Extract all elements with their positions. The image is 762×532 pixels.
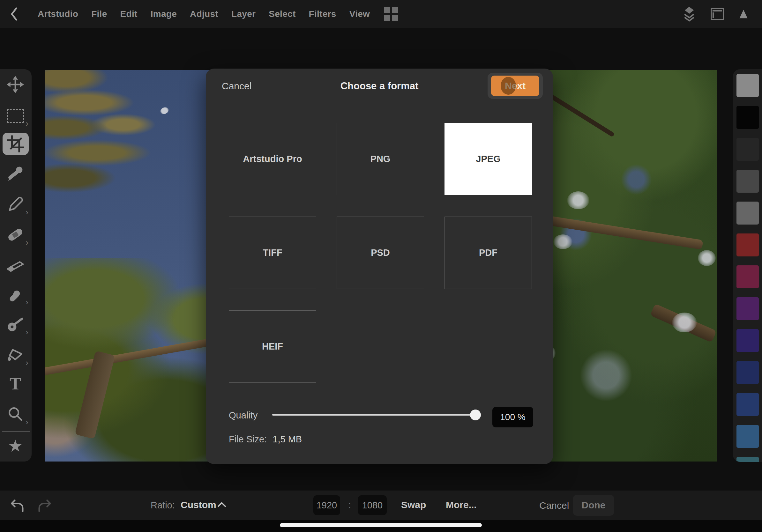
- bandage-icon: [6, 226, 24, 244]
- menu-edit[interactable]: Edit: [120, 9, 137, 19]
- color-swatch[interactable]: [736, 170, 759, 193]
- menu-artstudio[interactable]: Artstudio: [38, 9, 78, 19]
- color-swatch[interactable]: [736, 393, 759, 416]
- redo-icon[interactable]: [37, 496, 54, 513]
- menu-image[interactable]: Image: [151, 9, 177, 19]
- tool-eyedropper[interactable]: [5, 163, 26, 184]
- blossom: [553, 234, 572, 249]
- color-swatch[interactable]: [736, 265, 759, 288]
- grid-icon[interactable]: [384, 7, 398, 21]
- home-indicator[interactable]: [280, 523, 482, 527]
- color-swatch[interactable]: [736, 361, 759, 384]
- magnifier-icon: [7, 406, 24, 423]
- format-tile-psd[interactable]: PSD: [337, 217, 424, 289]
- touch-indicator: [501, 77, 516, 95]
- chevron-up-icon[interactable]: [218, 502, 226, 507]
- back-button[interactable]: [10, 6, 19, 22]
- move-icon: [6, 76, 24, 94]
- tool-rectangular-select[interactable]: ›: [5, 105, 26, 126]
- blossom: [567, 191, 589, 209]
- tool-text[interactable]: T: [5, 373, 26, 394]
- file-size-value: 1,5 MB: [272, 434, 302, 444]
- tool-clone[interactable]: ›: [5, 314, 26, 335]
- crop-height-field[interactable]: 1080: [358, 495, 387, 515]
- color-swatch[interactable]: [736, 138, 759, 161]
- menu-adjust[interactable]: Adjust: [190, 9, 218, 19]
- menu-view[interactable]: View: [349, 9, 370, 19]
- menu-items: Artstudio File Edit Image Adjust Layer S…: [38, 9, 370, 19]
- clone-stamp-icon: [7, 316, 24, 333]
- tool-eraser[interactable]: [5, 253, 26, 274]
- format-tile-png[interactable]: PNG: [337, 123, 424, 195]
- text-tool-icon: T: [10, 374, 21, 394]
- panel-icon[interactable]: [710, 6, 725, 22]
- menu-file[interactable]: File: [91, 9, 107, 19]
- blossom: [698, 250, 716, 266]
- menubar: Artstudio File Edit Image Adjust Layer S…: [0, 0, 762, 28]
- eyedropper-icon: [7, 165, 24, 182]
- format-tile-heif[interactable]: HEIF: [229, 310, 316, 383]
- marquee-icon: [7, 109, 24, 123]
- file-size-row: File Size:1,5 MB: [229, 434, 302, 445]
- format-tile-pdf[interactable]: PDF: [444, 217, 532, 289]
- tool-pencil[interactable]: ›: [5, 194, 26, 215]
- next-button[interactable]: Next: [491, 76, 539, 96]
- tool-smudge[interactable]: ›: [5, 284, 26, 305]
- star-icon: ★: [8, 436, 23, 455]
- crop-icon: [7, 135, 24, 153]
- tool-crop[interactable]: [3, 133, 29, 155]
- app-window: Artstudio File Edit Image Adjust Layer S…: [0, 0, 762, 532]
- quality-label: Quality: [229, 410, 258, 421]
- ratio-label: Ratio:: [151, 500, 175, 511]
- blossom: [672, 312, 697, 332]
- home-strip: [0, 520, 762, 532]
- bottom-bar: Ratio: Custom 1920 : 1080 Swap More... C…: [0, 491, 762, 520]
- tool-zoom[interactable]: ›: [5, 404, 26, 425]
- crop-cancel-button[interactable]: Cancel: [539, 500, 569, 511]
- color-swatch[interactable]: [736, 233, 759, 256]
- tool-heal[interactable]: ›: [5, 224, 26, 245]
- dialog-header: Cancel Choose a format Next: [206, 69, 553, 104]
- swap-button[interactable]: Swap: [401, 499, 426, 510]
- swatch-panel: [733, 69, 762, 462]
- menu-layer[interactable]: Layer: [231, 9, 256, 19]
- format-grid: Artstudio Pro PNG JPEG TIFF PSD PDF HEIF: [229, 123, 532, 383]
- color-swatch[interactable]: [736, 297, 759, 320]
- format-tile-tiff[interactable]: TIFF: [229, 217, 316, 289]
- color-swatch[interactable]: [736, 329, 759, 352]
- tool-move[interactable]: [5, 74, 26, 95]
- layers-icon[interactable]: [681, 6, 698, 22]
- color-swatch[interactable]: [736, 202, 759, 225]
- color-swatch[interactable]: [736, 457, 759, 462]
- ratio-selector[interactable]: Custom: [181, 499, 216, 510]
- menu-filters[interactable]: Filters: [309, 9, 336, 19]
- format-tile-artstudio-pro[interactable]: Artstudio Pro: [229, 123, 316, 195]
- toolbar-divider: [2, 431, 30, 432]
- conifer-branches: [45, 70, 193, 219]
- format-tile-jpeg[interactable]: JPEG: [444, 123, 532, 195]
- quality-slider-knob[interactable]: [470, 410, 481, 420]
- more-button[interactable]: More...: [446, 499, 477, 510]
- paint-bucket-icon: [6, 346, 24, 364]
- file-size-label: File Size:: [229, 434, 267, 444]
- next-button-ring: Next: [488, 73, 543, 99]
- ratio-separator: :: [348, 500, 351, 510]
- quality-slider-track[interactable]: [272, 414, 476, 416]
- color-swatch[interactable]: [736, 425, 759, 448]
- triangle-up-icon[interactable]: [737, 8, 750, 21]
- tool-fill[interactable]: ›: [5, 345, 26, 366]
- back-chevron-icon: [10, 6, 18, 22]
- quality-value-box[interactable]: 100 %: [493, 407, 533, 428]
- menu-select[interactable]: Select: [269, 9, 295, 19]
- finger-icon: [7, 286, 24, 303]
- crop-width-field[interactable]: 1920: [313, 495, 340, 515]
- tool-panel: › › › › › › T ›: [0, 69, 32, 461]
- tool-favorites[interactable]: ★: [5, 435, 26, 456]
- color-swatch[interactable]: [736, 74, 759, 97]
- crop-done-button[interactable]: Done: [573, 495, 614, 516]
- undo-icon[interactable]: [8, 496, 25, 513]
- eraser-icon: [6, 255, 24, 273]
- color-swatch[interactable]: [736, 106, 759, 129]
- pencil-icon: [7, 196, 24, 213]
- topbar-right-icons: [681, 0, 762, 28]
